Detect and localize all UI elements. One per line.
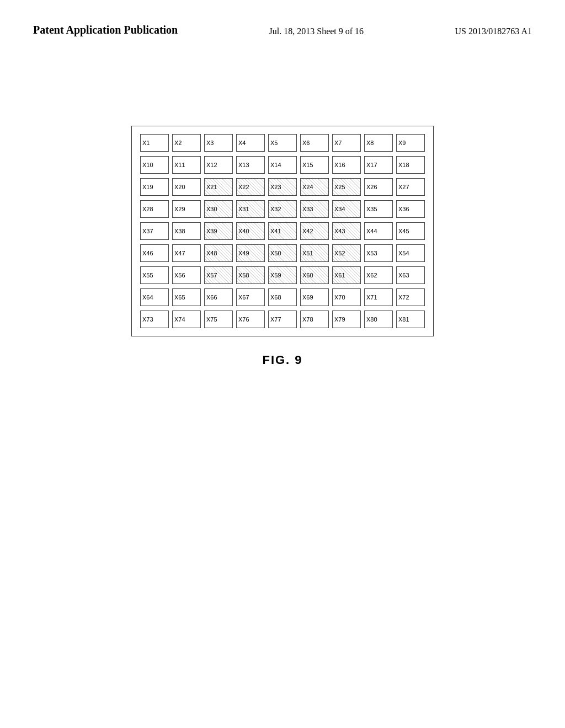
cell-grid: X1X2X3X4X5X6X7X8X9X10X11X12X13X14X15X16X… [138, 132, 427, 330]
publication-title-text: Patent Application Publication [33, 24, 178, 36]
grid-cell: X68 [266, 286, 299, 308]
grid-cell: X24 [299, 176, 331, 198]
cell-label: X70 [334, 294, 345, 301]
grid-cell: X5 [266, 132, 299, 154]
grid-cell: X56 [170, 264, 202, 286]
cell-label: X74 [174, 316, 185, 323]
grid-cell: X13 [234, 154, 266, 176]
cell-label: X62 [366, 272, 377, 279]
grid-cell: X53 [363, 242, 395, 264]
grid-cell: X18 [395, 154, 427, 176]
grid-cell: X27 [395, 176, 427, 198]
cell-label: X73 [142, 316, 153, 323]
grid-cell: X37 [138, 220, 170, 242]
grid-cell: X61 [331, 264, 363, 286]
cell-label: X32 [270, 206, 281, 212]
grid-cell: X25 [331, 176, 363, 198]
grid-cell: X47 [170, 242, 202, 264]
publication-number: US 2013/0182763 A1 [455, 22, 532, 36]
grid-cell: X66 [202, 286, 234, 308]
cell-label: X55 [142, 272, 153, 279]
grid-cell: X79 [331, 308, 363, 330]
cell-label: X35 [366, 206, 377, 212]
grid-cell: X55 [138, 264, 170, 286]
cell-label: X2 [174, 140, 182, 146]
cell-label: X36 [398, 206, 409, 212]
publication-date-sheet: Jul. 18, 2013 Sheet 9 of 16 [269, 22, 364, 36]
main-content: X1X2X3X4X5X6X7X8X9X10X11X12X13X14X15X16X… [0, 49, 565, 367]
cell-label: X45 [398, 228, 409, 234]
grid-cell: X14 [266, 154, 299, 176]
grid-cell: X22 [234, 176, 266, 198]
grid-cell: X46 [138, 242, 170, 264]
grid-cell: X35 [363, 198, 395, 220]
grid-cell: X78 [299, 308, 331, 330]
cell-label: X65 [174, 294, 185, 301]
grid-cell: X49 [234, 242, 266, 264]
cell-label: X47 [174, 250, 185, 256]
grid-cell: X54 [395, 242, 427, 264]
grid-cell: X23 [266, 176, 299, 198]
cell-label: X60 [302, 272, 313, 279]
cell-label: X33 [302, 206, 313, 212]
cell-label: X12 [206, 162, 217, 168]
grid-cell: X31 [234, 198, 266, 220]
cell-label: X14 [270, 162, 281, 168]
grid-cell: X63 [395, 264, 427, 286]
grid-cell: X26 [363, 176, 395, 198]
cell-label: X17 [366, 162, 377, 168]
cell-label: X13 [238, 162, 249, 168]
grid-cell: X75 [202, 308, 234, 330]
grid-cell: X52 [331, 242, 363, 264]
grid-cell: X43 [331, 220, 363, 242]
grid-cell: X59 [266, 264, 299, 286]
cell-label: X15 [302, 162, 313, 168]
grid-cell: X57 [202, 264, 234, 286]
cell-label: X43 [334, 228, 345, 234]
cell-label: X46 [142, 250, 153, 256]
cell-label: X80 [366, 316, 377, 323]
cell-label: X30 [206, 206, 217, 212]
page-header: Patent Application Publication Jul. 18, … [0, 0, 565, 49]
cell-label: X31 [238, 206, 249, 212]
cell-label: X9 [398, 140, 406, 146]
cell-label: X76 [238, 316, 249, 323]
grid-cell: X12 [202, 154, 234, 176]
grid-cell: X40 [234, 220, 266, 242]
cell-label: X58 [238, 272, 249, 279]
grid-cell: X50 [266, 242, 299, 264]
table-row: X1X2X3X4X5X6X7X8X9 [138, 132, 427, 154]
cell-label: X29 [174, 206, 185, 212]
cell-label: X3 [206, 140, 214, 146]
grid-cell: X20 [170, 176, 202, 198]
grid-cell: X29 [170, 198, 202, 220]
cell-label: X68 [270, 294, 281, 301]
cell-label: X53 [366, 250, 377, 256]
cell-label: X23 [270, 184, 281, 190]
cell-label: X44 [366, 228, 377, 234]
cell-label: X59 [270, 272, 281, 279]
cell-label: X18 [398, 162, 409, 168]
cell-label: X27 [398, 184, 409, 190]
grid-cell: X44 [363, 220, 395, 242]
grid-cell: X69 [299, 286, 331, 308]
publication-title: Patent Application Publication [33, 22, 178, 38]
cell-label: X25 [334, 184, 345, 190]
table-row: X28X29X30X31X32X33X34X35X36 [138, 198, 427, 220]
grid-cell: X15 [299, 154, 331, 176]
figure-caption: FIG. 9 [262, 353, 302, 367]
grid-cell: X30 [202, 198, 234, 220]
grid-cell: X34 [331, 198, 363, 220]
cell-label: X67 [238, 294, 249, 301]
grid-cell: X71 [363, 286, 395, 308]
cell-label: X19 [142, 184, 153, 190]
cell-label: X64 [142, 294, 153, 301]
cell-label: X79 [334, 316, 345, 323]
cell-label: X42 [302, 228, 313, 234]
cell-label: X28 [142, 206, 153, 212]
cell-label: X21 [206, 184, 217, 190]
grid-cell: X9 [395, 132, 427, 154]
grid-cell: X64 [138, 286, 170, 308]
cell-label: X56 [174, 272, 185, 279]
cell-label: X22 [238, 184, 249, 190]
